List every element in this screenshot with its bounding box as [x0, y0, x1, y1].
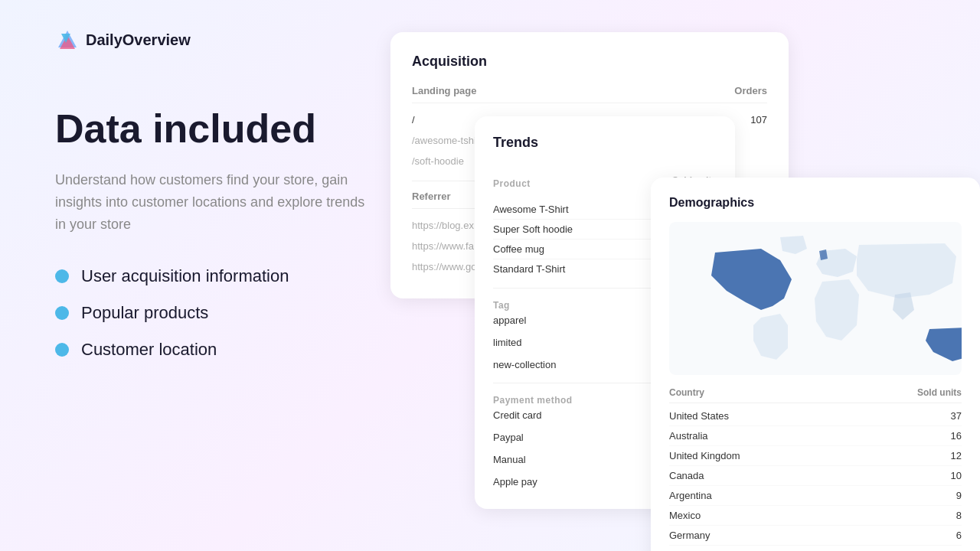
country-units-7: 6: [956, 530, 962, 541]
product-name-2: Super Soft hoodie: [493, 223, 573, 235]
country-name-6: Mexico: [669, 510, 701, 521]
orders-cell-1: 107: [750, 114, 767, 126]
page-title: Data included: [55, 107, 423, 151]
country-units-1: 37: [951, 410, 962, 422]
country-col: Country: [669, 387, 704, 398]
country-name-7: Germany: [669, 530, 710, 541]
product-label: Product: [493, 178, 531, 189]
country-name-5: Argentina: [669, 490, 712, 501]
landing-page-col: Landing page: [412, 85, 477, 96]
feature-item-3: Customer location: [55, 340, 423, 360]
subtitle-text: Understand how customers find your store…: [55, 169, 377, 235]
feature-label-1: User acquisition information: [81, 266, 289, 286]
referrer-url-2: https://www.fa...: [412, 240, 482, 252]
country-name-2: Australia: [669, 430, 708, 442]
country-units-3: 12: [951, 450, 962, 461]
countries-list: United States 37 Australia 16 United Kin…: [669, 406, 962, 551]
demographics-title: Demographics: [669, 196, 962, 210]
country-row-8: India 5: [669, 546, 962, 551]
country-units-5: 9: [956, 490, 962, 501]
country-units-4: 10: [951, 470, 962, 481]
feature-label-2: Popular products: [81, 303, 208, 323]
logo-icon: [55, 28, 80, 52]
product-name-1: Awesome T-Shirt: [493, 204, 569, 215]
demo-table-header: Country Sold units: [669, 387, 962, 403]
feature-dot-2: [55, 306, 69, 320]
feature-dot-3: [55, 343, 69, 357]
acquisition-title: Acquisition: [412, 54, 767, 70]
landing-page-cell-1: /: [412, 114, 415, 126]
logo: DailyOverview: [55, 28, 191, 52]
product-name-4: Standard T-Shirt: [493, 263, 565, 275]
feature-label-3: Customer location: [81, 340, 217, 360]
product-name-3: Coffee mug: [493, 243, 544, 255]
cards-area: Acquisition Landing page Orders / 107 /a…: [390, 24, 972, 530]
country-name-3: United Kingdom: [669, 450, 740, 461]
country-row-1: United States 37: [669, 406, 962, 426]
country-row-3: United Kingdom 12: [669, 446, 962, 466]
country-units-2: 16: [951, 430, 962, 442]
landing-page-cell-2: /awesome-tshi...: [412, 135, 485, 146]
country-units-6: 8: [956, 510, 962, 521]
logo-text: DailyOverview: [86, 31, 191, 49]
orders-col: Orders: [734, 85, 767, 96]
feature-list: User acquisition information Popular pro…: [55, 266, 423, 360]
country-row-7: Germany 6: [669, 526, 962, 546]
left-panel: Data included Understand how customers f…: [55, 107, 423, 360]
tag-label: Tag: [493, 300, 510, 311]
country-row-2: Australia 16: [669, 426, 962, 446]
world-map: [669, 222, 962, 375]
demo-sold-units-col: Sold units: [917, 387, 962, 398]
country-name-1: United States: [669, 410, 729, 422]
world-map-svg: [669, 222, 962, 375]
acquisition-table-header: Landing page Orders: [412, 85, 767, 103]
trends-title: Trends: [493, 135, 717, 151]
country-row-6: Mexico 8: [669, 506, 962, 526]
feature-item-2: Popular products: [55, 303, 423, 323]
demographics-card: Demographics: [651, 178, 980, 551]
referrer-url-1: https://blog.ex...: [412, 220, 482, 231]
country-row-4: Canada 10: [669, 466, 962, 486]
referrer-col: Referrer: [412, 191, 451, 202]
payment-method-label: Payment method: [493, 395, 573, 406]
landing-page-cell-3: /soft-hoodie: [412, 155, 464, 167]
feature-item-1: User acquisition information: [55, 266, 423, 286]
country-row-5: Argentina 9: [669, 486, 962, 506]
feature-dot-1: [55, 269, 69, 283]
country-name-4: Canada: [669, 470, 704, 481]
